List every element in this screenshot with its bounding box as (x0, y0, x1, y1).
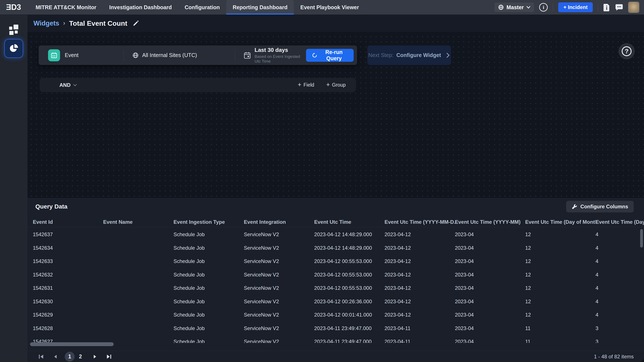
page-numbers: 12 (64, 352, 86, 362)
table-cell: 4 (596, 312, 644, 318)
nav-item-reporting-dashboard[interactable]: Reporting Dashboard (226, 0, 294, 14)
previous-page-button[interactable] (50, 352, 60, 362)
table-cell: 3 (596, 339, 644, 343)
sites-selector[interactable]: All Internal Sites (UTC) (124, 45, 235, 65)
table-cell: 4 (596, 272, 644, 278)
configure-columns-button[interactable]: Configure Columns (566, 201, 634, 212)
table-cell: Schedule Job (174, 299, 244, 305)
table-cell: Schedule Job (174, 232, 244, 238)
table-row[interactable]: 1542630Schedule JobServiceNow V22023-04-… (28, 295, 644, 309)
column-header[interactable]: Event Utc Time (YYYY-MM) (455, 219, 525, 225)
table-cell: 3 (596, 325, 644, 331)
user-avatar[interactable] (628, 2, 639, 13)
page-number-1[interactable]: 1 (65, 352, 75, 362)
column-header[interactable]: Event Ingestion Type (174, 219, 244, 225)
table-cell: 2023-04 (455, 339, 525, 343)
question-mark-icon: ? (622, 46, 632, 56)
widget-chart-tool[interactable] (4, 39, 23, 58)
configure-columns-label: Configure Columns (580, 204, 628, 210)
table-cell: 2023-04-12 14:48:29.000 (314, 232, 384, 238)
table-cell: 2023-04-11 23:49:47.000 (314, 325, 384, 331)
info-icon[interactable]: i (539, 3, 548, 11)
table-cell: 2023-04 (455, 272, 525, 278)
add-group-button[interactable]: + Group (326, 82, 346, 88)
edit-pencil-icon[interactable] (132, 20, 139, 26)
table-row[interactable]: 1542634Schedule JobServiceNow V22023-04-… (28, 241, 644, 255)
column-header[interactable]: Event Name (103, 219, 174, 225)
chevron-right-icon (446, 52, 450, 58)
column-header[interactable]: Event Id (33, 219, 103, 225)
column-header[interactable]: Event Utc Time (YYYY-MM-D... (384, 219, 455, 225)
table-cell: ServiceNow V2 (244, 339, 314, 343)
help-button[interactable]: ? (618, 43, 635, 59)
report-document-icon[interactable] (603, 3, 610, 11)
column-header[interactable]: Event Utc Time (314, 219, 384, 225)
column-header[interactable]: Event Utc Time (Day (596, 219, 644, 225)
vertical-scrollbar[interactable] (640, 229, 643, 248)
table-cell: 2023-04-11 (384, 325, 455, 331)
nav-item-investigation-dashboard[interactable]: Investigation Dashboard (103, 0, 178, 14)
table-cell: ServiceNow V2 (244, 285, 314, 291)
table-row[interactable]: 1542631Schedule JobServiceNow V22023-04-… (28, 281, 644, 295)
first-page-button[interactable] (36, 352, 46, 362)
table-cell: 2023-04-11 23:49:47.000 (314, 339, 384, 343)
next-page-button[interactable] (90, 352, 100, 362)
table-cell: 2023-04-12 (384, 285, 455, 291)
table-row[interactable]: 1542632Schedule JobServiceNow V22023-04-… (28, 268, 644, 282)
next-step-configure-widget[interactable]: Next Step: Configure Widget (367, 45, 451, 65)
table-cell: 2023-04 (455, 232, 525, 238)
table-cell: 4 (596, 232, 644, 238)
site-selector[interactable]: Master (494, 2, 534, 12)
column-header[interactable]: Event Integration (244, 219, 314, 225)
nav-item-event-playbook-viewer[interactable]: Event Playbook Viewer (294, 0, 365, 14)
last-page-button[interactable] (104, 352, 114, 362)
refresh-icon (312, 52, 318, 58)
table-cell: Schedule Job (174, 285, 244, 291)
table-row[interactable]: 1542637Schedule JobServiceNow V22023-04-… (28, 228, 644, 241)
dashboard-grid-icon[interactable] (8, 23, 19, 35)
table-cell: 4 (596, 299, 644, 305)
rerun-query-button[interactable]: Re-run Query (306, 49, 354, 62)
add-field-label: Field (304, 82, 314, 88)
table-cell: 2023-04-11 (384, 339, 455, 343)
table-row[interactable]: 1542628Schedule JobServiceNow V22023-04-… (28, 322, 644, 335)
table-row[interactable]: 1542633Schedule JobServiceNow V22023-04-… (28, 255, 644, 268)
table-cell: 11 (525, 325, 596, 331)
table-cell: 4 (596, 245, 644, 251)
plus-icon: + (326, 82, 330, 88)
wrench-icon (572, 204, 577, 209)
calendar-icon (244, 51, 251, 59)
column-header[interactable]: Event Utc Time (Day of Month) (525, 219, 596, 225)
page-number-2[interactable]: 2 (76, 352, 85, 362)
items-count-label: 1 - 48 of 82 items (594, 354, 634, 360)
add-incident-button[interactable]: + Incident (558, 2, 593, 12)
table-cell: ServiceNow V2 (244, 258, 314, 264)
table-cell: 2023-04-12 00:55:53.000 (314, 272, 384, 278)
globe-icon (498, 4, 504, 10)
d3-logo[interactable]: ƎD3 (6, 3, 21, 12)
nav-item-mitre-att-ck-monitor[interactable]: MITRE ATT&CK Monitor (29, 0, 103, 14)
horizontal-scrollbar[interactable] (30, 342, 114, 346)
datasource-label: Event (65, 52, 78, 58)
table-cell: Schedule Job (174, 339, 244, 343)
table-cell: 1542628 (33, 325, 103, 331)
table-row[interactable]: 1542627Schedule JobServiceNow V22023-04-… (28, 335, 644, 343)
breadcrumb-widgets-link[interactable]: Widgets (34, 19, 59, 27)
table-cell: ServiceNow V2 (244, 299, 314, 305)
time-range-selector[interactable]: Last 30 days Based on Event Ingested Utc… (235, 45, 306, 65)
nav-item-label: Event Playbook Viewer (300, 4, 359, 10)
table-cell: Schedule Job (174, 272, 244, 278)
table-cell: Schedule Job (174, 325, 244, 331)
add-field-button[interactable]: + Field (298, 82, 314, 88)
nav-item-configuration[interactable]: Configuration (178, 0, 226, 14)
chevron-right-icon: › (63, 19, 65, 26)
query-data-panel: Query Data Configure Columns Event IdEve… (28, 198, 644, 362)
query-bar: Event All Internal Sites (UTC) (38, 45, 357, 65)
chat-icon[interactable] (615, 4, 623, 11)
table-row[interactable]: 1542629Schedule JobServiceNow V22023-04-… (28, 308, 644, 322)
datasource-selector[interactable]: Event (38, 45, 124, 65)
filter-operator-dropdown[interactable]: AND (60, 82, 77, 88)
table-cell: Schedule Job (174, 258, 244, 264)
nav-item-label: Configuration (185, 4, 220, 10)
table-cell: 2023-04-12 (384, 232, 455, 238)
